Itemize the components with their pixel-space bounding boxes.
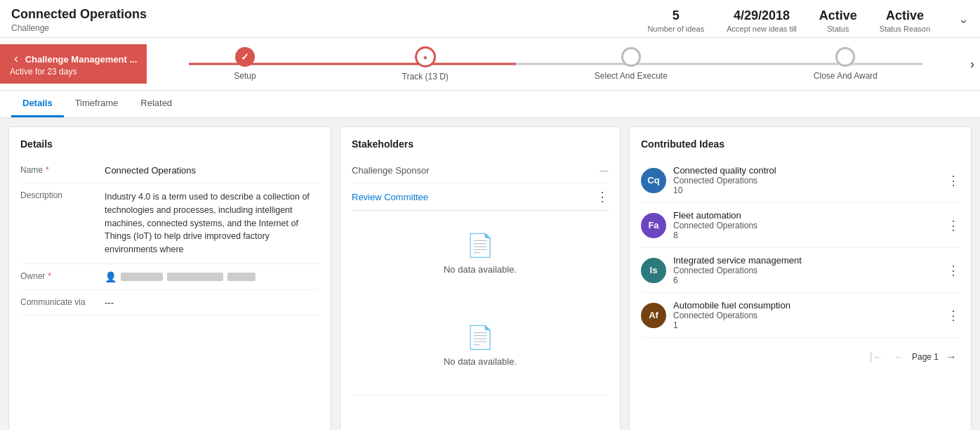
idea-menu-is[interactable]: ⋮ (947, 263, 960, 278)
sponsor-label: Challenge Sponsor (352, 165, 600, 176)
meta-ideas-label: Number of ideas (647, 25, 704, 33)
step-track-circle: ● (415, 46, 436, 67)
progress-nav-left-button[interactable]: ‹ (10, 51, 22, 66)
step-setup-circle: ✓ (235, 47, 255, 67)
owner-row: 👤 (105, 271, 256, 282)
details-card: Details Name * Connected Operations Desc… (8, 126, 331, 430)
app-title: Connected Operations (11, 7, 647, 22)
idea-name-fa: Fleet automation (673, 210, 940, 221)
top-header: Connected Operations Challenge 5 Number … (0, 0, 980, 38)
review-committee-label: Review Committee (352, 192, 596, 202)
idea-item-fa: Fa Fleet automation Connected Operations… (641, 203, 960, 248)
details-card-title: Details (20, 138, 319, 150)
idea-info-af: Automobile fuel consumption Connected Op… (673, 300, 940, 330)
step-close-circle (835, 47, 855, 67)
meta-status-reason-label: Status Reason (880, 25, 930, 33)
name-required-star: * (46, 165, 49, 175)
tab-details[interactable]: Details (11, 91, 64, 117)
idea-avatar-af: Af (641, 303, 666, 328)
ideas-list: Cq Connected quality control Connected O… (641, 158, 960, 338)
challenge-panel-title: Challenge Management ... (25, 54, 138, 65)
meta-date-label: Accept new ideas till (727, 25, 797, 33)
step-setup-label: Setup (234, 71, 256, 81)
tabs-bar: Details Timeframe Related (0, 91, 980, 118)
review-committee-menu[interactable]: ⋮ (596, 189, 609, 204)
idea-menu-cq[interactable]: ⋮ (947, 173, 960, 188)
stakeholders-card: Stakeholders Challenge Sponsor --- Revie… (340, 126, 621, 430)
field-description-label: Description (20, 190, 105, 200)
sponsor-no-data: 📄 No data available. (352, 303, 609, 388)
idea-item-cq: Cq Connected quality control Connected O… (641, 158, 960, 203)
main-content: Details Name * Connected Operations Desc… (0, 118, 980, 430)
step-select-label: Select And Execute (595, 71, 668, 81)
step-select-circle (621, 47, 641, 67)
field-owner-label: Owner * (20, 271, 105, 281)
owner-required-star: * (48, 271, 51, 281)
idea-avatar-is: Is (641, 258, 666, 283)
sponsor-value: --- (600, 165, 609, 176)
meta-status-value: Active (819, 8, 857, 23)
field-communicate: Communicate via --- (20, 290, 319, 315)
step-track-label: Track (13 D) (402, 72, 449, 82)
field-description: Description Industry 4.0 is a term used … (20, 183, 319, 264)
header-expand-icon[interactable]: ⌄ (958, 11, 969, 27)
idea-name-is: Integrated service management (673, 255, 940, 266)
pagination-prev-button[interactable]: ← (891, 349, 908, 365)
idea-info-is: Integrated service management Connected … (673, 255, 940, 285)
idea-org-fa: Connected Operations (673, 221, 940, 230)
ideas-footer: |← ← Page 1 → (641, 345, 960, 365)
idea-menu-fa[interactable]: ⋮ (947, 218, 960, 233)
pagination-next-button[interactable]: → (943, 349, 960, 365)
field-name: Name * Connected Operations (20, 158, 319, 183)
idea-org-af: Connected Operations (673, 311, 940, 320)
stakeholders-title: Stakeholders (352, 138, 609, 150)
meta-ideas: 5 Number of ideas (647, 8, 704, 33)
meta-date: 4/29/2018 Accept new ideas till (727, 8, 797, 33)
meta-date-value: 4/29/2018 (727, 8, 797, 23)
owner-blurred-1 (121, 273, 163, 281)
field-owner-value: 👤 (105, 271, 256, 282)
step-setup: ✓ Setup (234, 47, 256, 81)
header-meta: 5 Number of ideas 4/29/2018 Accept new i… (647, 7, 969, 33)
field-communicate-label: Communicate via (20, 297, 105, 307)
challenge-panel-sub: Active for 23 days (10, 67, 77, 77)
idea-menu-af[interactable]: ⋮ (947, 308, 960, 323)
sponsor-row: Challenge Sponsor --- (352, 158, 609, 183)
idea-item-af: Af Automobile fuel consumption Connected… (641, 293, 960, 338)
idea-avatar-cq: Cq (641, 168, 666, 193)
step-select: Select And Execute (595, 47, 668, 81)
tab-related[interactable]: Related (129, 91, 183, 117)
idea-org-is: Connected Operations (673, 266, 940, 275)
field-name-label: Name * (20, 165, 105, 175)
idea-info-cq: Connected quality control Connected Oper… (673, 165, 940, 195)
app-subtitle: Challenge (11, 23, 647, 33)
step-track: ● Track (13 D) (402, 46, 449, 82)
no-data-text-2: No data available. (444, 356, 517, 367)
meta-status-reason: Active Status Reason (880, 8, 930, 33)
tab-timeframe[interactable]: Timeframe (64, 91, 130, 117)
owner-blurred-2 (167, 273, 223, 281)
idea-count-cq: 10 (673, 185, 940, 195)
meta-status: Active Status (819, 8, 857, 33)
idea-name-cq: Connected quality control (673, 165, 940, 176)
progress-steps: ✓ Setup ● Track (13 D) Select And Execut… (147, 38, 965, 90)
owner-blurred-3 (227, 273, 256, 281)
review-no-data: 📄 No data available. (352, 211, 609, 296)
progress-nav-right-button[interactable]: › (965, 57, 980, 72)
pagination-first-button[interactable]: |← (867, 349, 887, 365)
step-close: Close And Award (814, 47, 878, 81)
meta-ideas-value: 5 (647, 8, 704, 23)
field-communicate-value: --- (105, 297, 114, 308)
idea-name-af: Automobile fuel consumption (673, 300, 940, 311)
no-data-text-1: No data available. (444, 264, 517, 275)
progress-bar-section: ‹ Challenge Management ... Active for 23… (0, 38, 980, 91)
owner-person-icon: 👤 (105, 271, 117, 282)
idea-count-fa: 8 (673, 230, 940, 240)
step-close-label: Close And Award (814, 71, 878, 81)
ideas-card-title: Contributed Ideas (641, 138, 960, 150)
meta-status-label: Status (819, 25, 857, 33)
meta-status-reason-value: Active (880, 8, 930, 23)
idea-count-af: 1 (673, 320, 940, 330)
challenge-panel[interactable]: ‹ Challenge Management ... Active for 23… (0, 44, 147, 84)
no-data-icon-1: 📄 (466, 232, 494, 259)
